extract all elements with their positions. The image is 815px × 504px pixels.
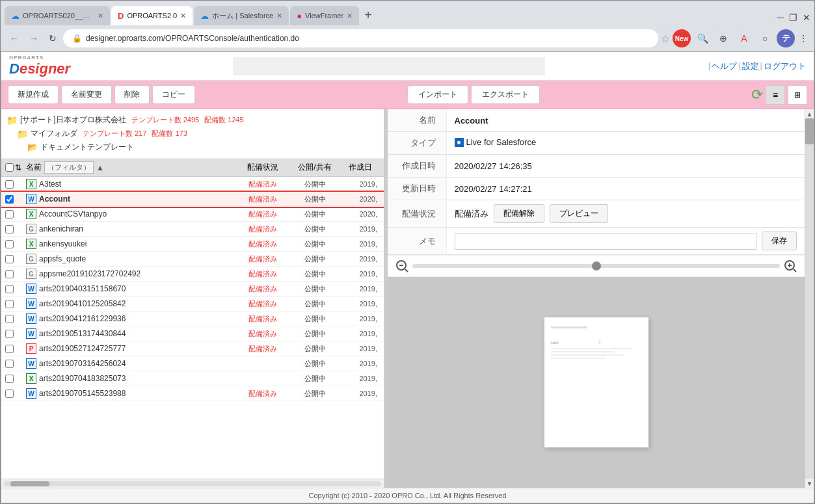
file-row[interactable]: W arts20190705145523988 配備済み 公開中 2019, bbox=[1, 386, 384, 401]
list-view-button[interactable]: ≡ bbox=[766, 85, 785, 105]
search-button[interactable]: 🔍 bbox=[693, 29, 712, 47]
select-all-checkbox[interactable] bbox=[5, 163, 14, 172]
zoom-in-button[interactable] bbox=[784, 259, 797, 272]
new-tab-button[interactable]: + bbox=[360, 8, 376, 23]
file-row[interactable]: X ankensyuukei 配備済み 公開中 2019, bbox=[1, 237, 384, 252]
row-check[interactable] bbox=[5, 210, 26, 219]
right-vscroll[interactable]: ▲ ▼ bbox=[805, 109, 814, 488]
minimize-button[interactable]: ─ bbox=[777, 12, 784, 23]
row-checkbox[interactable] bbox=[5, 210, 14, 219]
restore-button[interactable]: ❐ bbox=[789, 12, 797, 23]
account-button[interactable]: ○ bbox=[756, 29, 774, 47]
row-check[interactable] bbox=[5, 345, 26, 353]
export-button[interactable]: エクスポート bbox=[471, 85, 540, 104]
extensions-button[interactable]: ⊕ bbox=[714, 29, 732, 47]
file-row[interactable]: X A3test 配備済み 公開中 2019, bbox=[1, 177, 384, 192]
file-row[interactable]: W arts20190412161229936 配備済み 公開中 2019, bbox=[1, 312, 384, 326]
grid-view-button[interactable]: ⊞ bbox=[788, 85, 807, 105]
row-checkbox[interactable] bbox=[5, 375, 14, 383]
tab-3[interactable]: ☁ ホーム | Salesforce ✕ bbox=[194, 6, 289, 25]
row-check[interactable] bbox=[5, 195, 26, 204]
row-checkbox[interactable] bbox=[5, 390, 14, 398]
new-button[interactable]: 新規作成 bbox=[8, 85, 59, 104]
root-folder-row[interactable]: 📁 [サポート]日本オプロ株式会社 テンプレート数 2495 配備数 1245 bbox=[7, 113, 379, 127]
row-check[interactable] bbox=[5, 390, 26, 398]
row-checkbox[interactable] bbox=[5, 180, 14, 189]
hscroll-track[interactable] bbox=[4, 481, 381, 486]
row-check[interactable] bbox=[5, 255, 26, 263]
vscroll-track[interactable] bbox=[805, 118, 814, 479]
pdf-button[interactable]: A bbox=[735, 29, 753, 47]
tab-1[interactable]: ☁ OPROARTS020__Opro... ✕ bbox=[5, 6, 110, 25]
zoom-slider-thumb[interactable] bbox=[592, 261, 601, 271]
tab-1-close[interactable]: ✕ bbox=[98, 12, 103, 20]
myfolder-row[interactable]: 📁 マイフォルダ テンプレート数 217 配備数 173 bbox=[7, 127, 379, 140]
file-row[interactable]: W arts20190403151158670 配備済み 公開中 2019, bbox=[1, 282, 384, 297]
row-checkbox[interactable] bbox=[5, 315, 14, 323]
tab-2-close[interactable]: ✕ bbox=[180, 12, 186, 20]
delete-button[interactable]: 削除 bbox=[114, 85, 150, 104]
file-row[interactable]: W arts20190513174430844 配備済み 公開中 2019, bbox=[1, 326, 384, 341]
help-link[interactable]: ヘルプ bbox=[712, 60, 737, 72]
tab-3-close[interactable]: ✕ bbox=[276, 12, 282, 20]
row-checkbox[interactable] bbox=[5, 330, 14, 338]
col-filter-btn[interactable]: （フィルタ） bbox=[44, 161, 94, 174]
tab-4-close[interactable]: ✕ bbox=[347, 12, 353, 20]
tab-4[interactable]: ● ViewFramer ✕ bbox=[290, 6, 359, 25]
row-checkbox[interactable] bbox=[5, 300, 14, 308]
memo-input[interactable] bbox=[455, 233, 757, 250]
file-row[interactable]: P arts20190527124725777 配備済み 公開中 2019, bbox=[1, 341, 384, 356]
forward-button[interactable]: → bbox=[25, 31, 42, 46]
tab-2[interactable]: D OPROARTS2.0 ✕ bbox=[111, 6, 193, 25]
row-check[interactable] bbox=[5, 375, 26, 383]
row-check[interactable] bbox=[5, 240, 26, 248]
zoom-out-button[interactable] bbox=[395, 259, 408, 272]
row-check[interactable] bbox=[5, 315, 26, 323]
file-row[interactable]: X arts20190704183825073 公開中 2019, bbox=[1, 371, 384, 386]
row-check[interactable] bbox=[5, 180, 26, 189]
bookmark-button[interactable]: ☆ bbox=[661, 33, 670, 45]
avatar-button[interactable]: テ bbox=[777, 29, 795, 47]
file-row[interactable]: W arts20190703164256024 公開中 2019, bbox=[1, 356, 384, 371]
file-row[interactable]: G appsfs_quote 配備済み 公開中 2019, bbox=[1, 252, 384, 267]
zoom-slider-track[interactable] bbox=[412, 264, 780, 268]
copy-button[interactable]: コピー bbox=[152, 85, 195, 104]
vscroll-up[interactable]: ▲ bbox=[805, 109, 814, 118]
import-button[interactable]: インポート bbox=[407, 85, 468, 104]
file-row[interactable]: W arts20190410125205842 配備済み 公開中 2019, bbox=[1, 297, 384, 312]
file-row[interactable]: G appsme20191023172702492 配備済み 公開中 2019, bbox=[1, 267, 384, 282]
row-check[interactable] bbox=[5, 360, 26, 368]
preview-button[interactable]: プレビュー bbox=[550, 204, 608, 223]
row-checkbox[interactable] bbox=[5, 270, 14, 278]
sort-arrow-icon[interactable]: ▲ bbox=[96, 163, 104, 172]
menu-button[interactable]: ⋮ bbox=[797, 31, 809, 46]
row-checkbox[interactable] bbox=[5, 285, 14, 293]
hscroll-bar[interactable] bbox=[1, 479, 384, 488]
row-checkbox[interactable] bbox=[5, 195, 14, 204]
doc-template-row[interactable]: 📂 ドキュメントテンプレート bbox=[7, 140, 379, 154]
logout-link[interactable]: ログアウト bbox=[764, 60, 806, 72]
row-check[interactable] bbox=[5, 225, 26, 233]
back-button[interactable]: ← bbox=[6, 31, 23, 46]
row-check[interactable] bbox=[5, 285, 26, 293]
hscroll-thumb[interactable] bbox=[10, 481, 49, 486]
vscroll-thumb[interactable] bbox=[805, 118, 814, 144]
file-row[interactable]: X AccountCSVtanpyo 配備済み 公開中 2020, bbox=[1, 207, 384, 222]
refresh-button[interactable]: ⟳ bbox=[751, 86, 763, 103]
row-checkbox[interactable] bbox=[5, 360, 14, 368]
row-check[interactable] bbox=[5, 330, 26, 338]
close-button[interactable]: ✕ bbox=[803, 12, 810, 23]
settings-link[interactable]: 設定 bbox=[742, 60, 759, 72]
rename-button[interactable]: 名前変更 bbox=[61, 85, 112, 104]
vscroll-down[interactable]: ▼ bbox=[805, 479, 814, 488]
row-checkbox[interactable] bbox=[5, 225, 14, 233]
row-checkbox[interactable] bbox=[5, 240, 14, 248]
file-row[interactable]: G ankenichiran 配備済み 公開中 2019, bbox=[1, 222, 384, 237]
file-row[interactable]: W Account 配備済み 公開中 2020, bbox=[1, 192, 384, 207]
row-check[interactable] bbox=[5, 300, 26, 308]
row-checkbox[interactable] bbox=[5, 345, 14, 353]
undeploy-button[interactable]: 配備解除 bbox=[494, 204, 544, 223]
save-button[interactable]: 保存 bbox=[762, 232, 797, 250]
reload-button[interactable]: ↻ bbox=[45, 31, 60, 46]
address-input[interactable]: 🔒 designer.oproarts.com/OPROARTSConsole/… bbox=[63, 29, 658, 47]
